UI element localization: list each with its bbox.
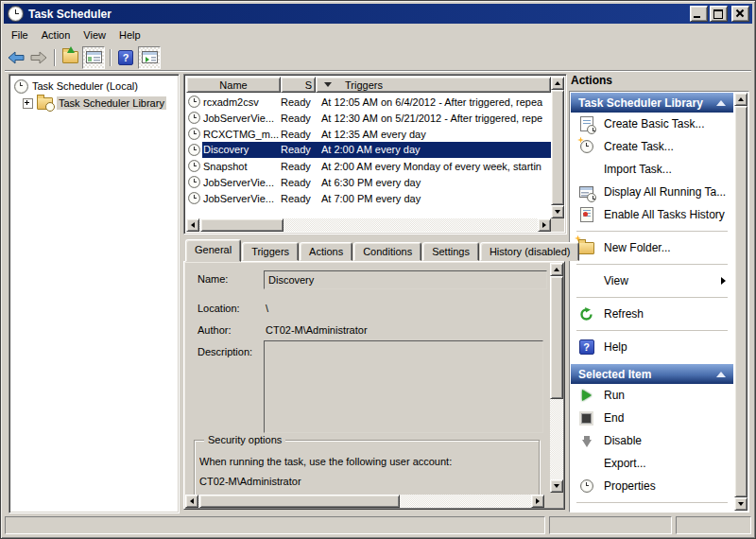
collapse-chevron-icon[interactable] [716,372,726,377]
tab-actions[interactable]: Actions [300,242,352,261]
action-pane-icon [142,51,158,63]
task-status: Ready [281,113,316,124]
display-all-running-tasks-icon [578,184,594,200]
list-header: Name S Triggers [186,77,551,93]
section-header-selected-item[interactable]: Selected Item [571,364,733,384]
column-header-name[interactable]: Name [186,77,281,93]
general-tab-panel: Name: Discovery Location: \ Author: CT02… [183,261,565,510]
create-task-icon [578,139,594,155]
task-triggers: At 12:35 AM every day [316,129,551,140]
tree-item-task-scheduler-library[interactable]: Task Scheduler Library [23,96,166,111]
action-properties[interactable]: Properties [571,475,733,497]
scrollbar-thumb[interactable] [550,276,563,399]
action-disable[interactable]: Disable [571,429,733,452]
task-row-selected[interactable]: Discovery Ready At 2:00 AM every day [186,142,551,158]
details-vscrollbar[interactable] [550,263,563,493]
maximize-button[interactable] [710,6,728,22]
section-header-task-scheduler-library[interactable]: Task Scheduler Library [571,93,733,113]
scroll-down-icon[interactable] [550,479,563,493]
task-name: rcxadm2csv [202,96,281,108]
tab-triggers[interactable]: Triggers [242,242,299,261]
actions-vscrollbar[interactable] [734,93,747,511]
menu-view[interactable]: View [77,27,112,43]
statusbar [5,516,751,534]
menu-file[interactable]: File [5,27,35,43]
help-icon: ? [118,50,133,65]
action-delete[interactable]: Delete [571,508,733,511]
action-end[interactable]: End [571,407,733,429]
action-refresh[interactable]: Refresh [571,303,733,325]
scroll-up-icon[interactable] [734,93,747,106]
tab-general[interactable]: General [185,239,241,262]
column-header-status[interactable]: S [281,77,316,93]
scroll-left-icon[interactable] [185,495,198,508]
task-row[interactable]: rcxadm2csv Ready At 12:05 AM on 6/4/2012… [186,94,551,110]
tree-expander-plus-icon[interactable] [23,98,33,109]
name-label: Name: [198,273,228,285]
scroll-right-icon[interactable] [538,218,551,232]
scroll-right-icon[interactable] [531,495,544,508]
task-row[interactable]: JobServerVie... Ready At 7:00 PM every d… [186,190,551,206]
menu-action[interactable]: Action [35,27,77,43]
tasks-history-icon [578,207,594,223]
no-icon [578,162,594,178]
action-create-task[interactable]: Create Task... [571,135,733,158]
action-import-task[interactable]: Import Task... [571,158,733,181]
action-display-all-running-tasks[interactable]: Display All Running Ta... [571,181,733,203]
task-status: Ready [281,129,316,140]
menubar: File Action View Help [5,26,751,43]
scrollbar-thumb[interactable] [734,106,747,497]
tree-item-task-scheduler-local[interactable]: Task Scheduler (Local) [14,78,138,94]
task-status: Ready [281,177,316,188]
actions-separator [571,497,733,508]
task-triggers: At 12:05 AM on 6/4/2012 - After triggere… [316,96,551,108]
list-vscrollbar[interactable] [551,77,564,218]
show-console-tree-toggle[interactable] [82,46,105,69]
scrollbar-thumb[interactable] [199,495,400,508]
scrollbar-thumb[interactable] [200,218,284,232]
details-tabs: General Triggers Actions Conditions Sett… [185,240,580,261]
task-row[interactable]: Snapshot Ready At 2:00 AM every Monday o… [186,158,551,174]
column-header-triggers[interactable]: Triggers [316,77,551,93]
tab-history[interactable]: History (disabled) [480,242,580,261]
details-hscrollbar[interactable] [185,495,544,508]
task-row[interactable]: RCXCTMG_m... Ready At 12:35 AM every day [186,126,551,142]
task-row[interactable]: JobServerVie... Ready At 6:30 PM every d… [186,174,551,190]
close-button[interactable] [731,6,749,22]
create-basic-task-icon [578,116,594,132]
task-name-field[interactable]: Discovery [264,270,547,289]
action-view[interactable]: View [571,270,733,292]
action-export[interactable]: Export... [571,452,733,475]
action-help[interactable]: ? Help [571,336,733,358]
scrollbar-thumb[interactable] [551,90,564,205]
new-folder-icon [578,240,594,256]
tab-settings[interactable]: Settings [422,242,479,261]
scroll-up-icon[interactable] [551,77,564,90]
export-list-button[interactable] [60,47,80,68]
list-hscrollbar[interactable] [186,218,551,232]
tree-item-label: Task Scheduler Library [57,96,166,110]
task-name: JobServerVie... [202,177,281,188]
security-account-line: When running the task, use the following… [199,456,533,467]
action-create-basic-task[interactable]: Create Basic Task... [571,113,733,135]
actions-separator [571,259,733,270]
action-new-folder[interactable]: New Folder... [571,236,733,259]
collapse-chevron-icon[interactable] [716,100,726,106]
task-row[interactable]: JobServerVie... Ready At 12:30 AM on 5/2… [186,110,551,126]
forward-button[interactable] [28,47,49,68]
description-field[interactable] [264,340,543,433]
action-run[interactable]: Run [571,384,733,407]
scroll-left-icon[interactable] [186,218,199,232]
menu-help[interactable]: Help [112,27,147,43]
minimize-button[interactable] [690,6,708,22]
help-button[interactable]: ? [115,47,136,68]
show-action-pane-toggle[interactable] [138,46,161,69]
tab-conditions[interactable]: Conditions [353,242,421,261]
scroll-down-icon[interactable] [551,205,564,218]
task-list-pane: Name S Triggers rcxadm2csv Ready At 12:0… [183,74,567,235]
scroll-up-icon[interactable] [550,263,563,276]
titlebar[interactable]: Task Scheduler [4,4,752,24]
back-button[interactable] [6,47,26,68]
action-enable-all-tasks-history[interactable]: Enable All Tasks History [571,203,733,226]
scroll-down-icon[interactable] [734,497,747,511]
